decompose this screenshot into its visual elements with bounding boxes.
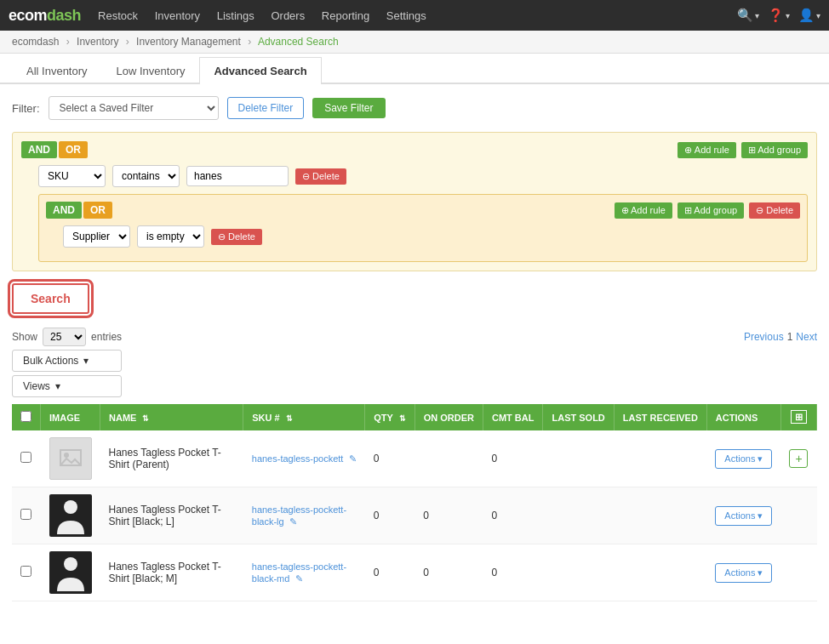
bulk-actions-button[interactable]: Bulk Actions ▾ [12,350,122,372]
inner-delete-rule-button[interactable]: ⊖ Delete [211,229,262,245]
row1-sku[interactable]: hanes-tagless-pockett [252,453,344,464]
row1-add-button[interactable]: + [789,449,808,468]
views-button[interactable]: Views ▾ [12,375,122,397]
row1-actions-button[interactable]: Actions ▾ [715,449,772,469]
breadcrumb-inventory[interactable]: Inventory [77,36,118,48]
row2-image-cell [41,487,100,544]
tab-all-inventory[interactable]: All Inventory [12,57,102,84]
row1-sku-edit-icon[interactable]: ✎ [349,453,357,464]
inner-or-button[interactable]: OR [83,202,112,219]
outer-add-rule-button[interactable]: ⊕ Add rule [677,142,735,158]
breadcrumb-ecomdash[interactable]: ecomdash [12,36,59,48]
sku-sort-icon[interactable]: ⇅ [286,414,293,423]
th-last-received: LAST RECEIVED [614,404,706,430]
breadcrumb-inventory-management[interactable]: Inventory Management [136,36,241,48]
inner-add-rule-button[interactable]: ⊕ Add rule [615,202,672,219]
inner-logic-row: AND OR ⊕ Add rule ⊞ Add group ⊖ Delete [46,202,800,219]
search-button[interactable]: Search [12,283,89,314]
th-name: NAME ⇅ [100,404,243,430]
row1-image [49,437,92,480]
inner-add-group-button[interactable]: ⊞ Add group [677,202,744,219]
inner-delete-group-button[interactable]: ⊖ Delete [749,202,800,219]
nav-icons: 🔍▾ ❓▾ 👤▾ [737,8,820,23]
outer-or-button[interactable]: OR [59,141,88,158]
th-qty: QTY ⇅ [365,404,414,430]
help-icon-btn[interactable]: ❓▾ [768,8,790,23]
nav-inventory[interactable]: Inventory [155,9,200,22]
th-sku: SKU # ⇅ [243,404,365,430]
outer-field-select[interactable]: SKU Supplier Name [38,165,106,187]
row2-image [49,494,92,537]
table-body: Hanes Tagless Pocket T-Shirt (Parent) ha… [12,430,817,601]
inner-operator-select[interactable]: is empty contains equals [137,225,204,248]
tab-advanced-search[interactable]: Advanced Search [199,57,321,84]
row3-checkbox[interactable] [20,566,31,577]
inner-rule-row: Supplier SKU Name is empty contains equa… [46,225,800,248]
row1-actions-cell: Actions ▾ [706,430,780,487]
row2-actions-button[interactable]: Actions ▾ [715,506,772,526]
outer-logic-buttons: AND OR [21,141,88,158]
bulk-actions-label: Bulk Actions [23,355,78,367]
app-logo[interactable]: ecomdash [9,7,81,25]
nav-listings[interactable]: Listings [217,9,254,22]
top-navigation: ecomdash Restock Inventory Listings Orde… [0,0,829,31]
entries-select[interactable]: 25 50 100 [43,328,86,346]
th-actions: ACTIONS [706,404,780,430]
row2-cmt-bal: 0 [491,510,497,521]
delete-filter-button[interactable]: Delete Filter [227,97,305,119]
tab-low-inventory[interactable]: Low Inventory [102,57,200,84]
saved-filter-select[interactable]: Select a Saved Filter [49,96,219,120]
row3-on-order-cell: 0 [414,544,483,601]
svg-point-3 [64,557,77,571]
outer-and-button[interactable]: AND [21,141,57,158]
th-add: ⊞ [780,404,816,430]
pagination-previous[interactable]: Previous [744,331,784,343]
row2-on-order: 0 [423,510,429,521]
user-icon-btn[interactable]: 👤▾ [798,8,820,23]
row2-last-sold-cell [543,487,614,544]
row3-cmt-bal: 0 [491,567,497,578]
row3-actions-cell: Actions ▾ [706,544,780,601]
row1-cmt-bal-cell: 0 [483,430,543,487]
pagination-next[interactable]: Next [796,331,817,343]
select-all-checkbox[interactable] [20,411,31,422]
outer-operator-select[interactable]: contains is empty equals [112,165,180,187]
th-image: IMAGE [41,404,100,430]
row2-sku[interactable]: hanes-tagless-pockett-black-lg [252,504,346,527]
inner-field-select[interactable]: Supplier SKU Name [63,225,130,248]
qty-sort-icon[interactable]: ⇅ [399,414,406,423]
row1-checkbox[interactable] [20,452,31,463]
inner-logic-buttons: AND OR [46,202,112,219]
row2-checkbox[interactable] [20,509,31,520]
outer-add-group-button[interactable]: ⊞ Add group [741,142,808,158]
row2-cmt-bal-cell: 0 [483,487,543,544]
nav-orders[interactable]: Orders [271,9,305,22]
row3-actions-button[interactable]: Actions ▾ [715,563,772,583]
row2-sku-edit-icon[interactable]: ✎ [289,516,297,527]
row3-on-order: 0 [423,567,429,578]
th-on-order: ON ORDER [414,404,483,430]
tab-bar: All Inventory Low Inventory Advanced Sea… [0,57,829,84]
inner-and-button[interactable]: AND [46,202,82,219]
save-filter-button[interactable]: Save Filter [312,98,385,118]
outer-logic-actions: ⊕ Add rule ⊞ Add group [677,142,808,158]
row1-cmt-bal: 0 [491,453,497,464]
name-sort-icon[interactable]: ⇅ [142,414,149,423]
row3-qty: 0 [374,567,380,578]
outer-value-input[interactable] [186,166,289,186]
table-row: Hanes Tagless Pocket T-Shirt [Black; M] … [12,544,817,601]
row3-sku-edit-icon[interactable]: ✎ [295,573,303,584]
table-header: IMAGE NAME ⇅ SKU # ⇅ QTY ⇅ ON ORDER CMT … [12,404,817,430]
svg-point-2 [64,500,77,514]
nav-settings[interactable]: Settings [386,9,426,22]
nav-restock[interactable]: Restock [98,9,138,22]
nav-reporting[interactable]: Reporting [322,9,369,22]
outer-delete-rule-button[interactable]: ⊖ Delete [295,168,346,185]
table-row: Hanes Tagless Pocket T-Shirt [Black; L] … [12,487,817,544]
row1-image-cell [41,430,100,487]
nested-group: AND OR ⊕ Add rule ⊞ Add group ⊖ Delete S… [38,194,808,262]
search-icon-btn[interactable]: 🔍▾ [737,8,759,23]
inner-logic-actions: ⊕ Add rule ⊞ Add group ⊖ Delete [615,202,801,219]
row2-sku-cell: hanes-tagless-pockett-black-lg ✎ [243,487,365,544]
add-column-icon[interactable]: ⊞ [791,410,807,424]
